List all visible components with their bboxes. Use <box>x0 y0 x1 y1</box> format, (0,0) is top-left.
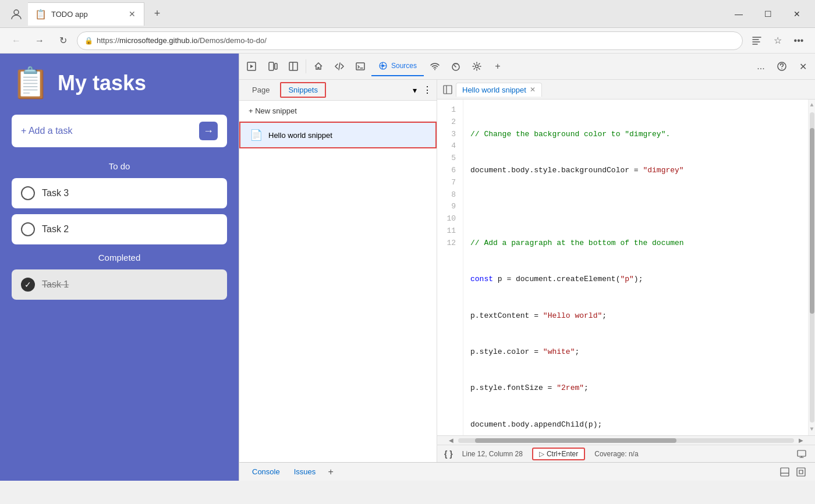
refresh-button[interactable]: ↻ <box>54 31 72 50</box>
window-controls: ― ☐ ✕ <box>725 5 810 23</box>
profile-icon[interactable] <box>5 2 28 26</box>
more-icon[interactable]: ••• <box>789 31 808 50</box>
checkmark-icon: ✓ <box>24 280 31 289</box>
svg-rect-12 <box>444 86 452 94</box>
sources-page-tab[interactable]: Page <box>244 82 278 98</box>
completed-task-item[interactable]: ✓ Task 1 <box>12 269 227 300</box>
run-label: Ctrl+Enter <box>547 450 578 458</box>
scroll-left-arrow[interactable]: ◀ <box>449 437 453 443</box>
todo-section-label: To do <box>12 161 227 171</box>
scroll-up-arrow[interactable]: ▲ <box>809 100 814 111</box>
close-button[interactable]: ✕ <box>784 5 810 23</box>
devtools-settings-icon[interactable] <box>467 56 487 76</box>
sources-tabs: Page Snippets ▾ ⋮ <box>239 80 437 101</box>
scroll-right-arrow[interactable]: ▶ <box>799 437 803 443</box>
sidebar-toggle-icon[interactable] <box>440 81 456 98</box>
vertical-scrollbar[interactable]: ▲ ▼ <box>808 100 815 435</box>
scroll-thumb-vertical[interactable] <box>810 128 814 314</box>
forward-button[interactable]: → <box>30 31 49 50</box>
devtools-help-btn[interactable] <box>772 56 792 76</box>
todo-panel: 📋 My tasks + Add a task → To do Task 3 T… <box>0 54 239 481</box>
coverage-label: Coverage: n/a <box>594 450 638 458</box>
devtools-home-icon[interactable] <box>309 56 328 76</box>
devtools-console-icon[interactable] <box>350 56 370 76</box>
sources-sidebar: Page Snippets ▾ ⋮ + New snippet 📄 Hello … <box>239 80 437 462</box>
new-snippet-button[interactable]: + New snippet <box>239 101 437 122</box>
format-icon[interactable]: { } <box>444 449 453 459</box>
scroll-track-horizontal[interactable] <box>458 438 794 443</box>
code-tab-close-icon[interactable]: ✕ <box>530 86 536 94</box>
task-name-2: Task 2 <box>42 224 69 235</box>
devtools-device-icon[interactable] <box>263 56 282 76</box>
horizontal-scrollbar[interactable]: ◀ ▶ <box>437 435 815 445</box>
run-snippet-button[interactable]: ▷ Ctrl+Enter <box>532 448 585 460</box>
minimize-button[interactable]: ― <box>725 5 752 23</box>
issues-tab[interactable]: Issues <box>288 465 322 478</box>
browser-toolbar-icons: ☆ ••• <box>747 31 808 50</box>
browser-tab[interactable]: 📋 TODO app ✕ <box>28 2 144 26</box>
undock-icon[interactable] <box>794 465 808 479</box>
task-checkbox-3[interactable] <box>21 186 35 200</box>
scroll-track-vertical[interactable] <box>810 112 814 423</box>
snippet-file-icon: 📄 <box>250 129 263 141</box>
svg-rect-5 <box>356 63 364 70</box>
task-checkbox-2[interactable] <box>21 222 35 236</box>
sources-menu-icon[interactable]: ⋮ <box>423 84 432 95</box>
devtools-more-btn[interactable]: ... <box>751 56 771 76</box>
maximize-button[interactable]: ☐ <box>754 5 781 23</box>
tab-bar: 📋 TODO app ✕ + <box>5 2 725 26</box>
favorites-icon[interactable]: ☆ <box>768 31 787 50</box>
line-numbers: 12345 678910 1112 <box>437 100 463 435</box>
code-lines: // Change the background color to "dimgr… <box>463 100 808 435</box>
devtools-toolbar: Sources + ... ✕ <box>239 54 815 80</box>
snippet-name: Hello world snippet <box>268 131 332 140</box>
devtools-close-btn[interactable]: ✕ <box>793 56 813 76</box>
tab-close-btn[interactable]: ✕ <box>127 8 137 20</box>
play-icon: ▷ <box>539 450 544 458</box>
tab-icon: 📋 <box>35 9 47 20</box>
task-checkbox-1[interactable]: ✓ <box>21 278 35 292</box>
devtools-wifi-icon[interactable] <box>425 56 445 76</box>
add-task-bar[interactable]: + Add a task → <box>12 115 227 147</box>
devtools-performance-icon[interactable] <box>446 56 466 76</box>
code-editor-tab[interactable]: Hello world snippet ✕ <box>456 83 542 97</box>
title-bar: 📋 TODO app ✕ + ― ☐ ✕ <box>0 0 815 28</box>
devtools-inspect-icon[interactable] <box>242 56 261 76</box>
devtools-overflow-icon[interactable]: ... <box>751 56 771 76</box>
todo-app-title: My tasks <box>58 71 146 95</box>
bottom-tabs: Console Issues + <box>239 462 815 481</box>
snippet-item[interactable]: 📄 Hello world snippet <box>239 122 437 148</box>
address-bar: ← → ↻ 🔒 https://microsoftedge.github.io/… <box>0 28 815 54</box>
new-snippet-label: + New snippet <box>249 107 297 115</box>
svg-point-0 <box>14 10 19 15</box>
scroll-down-arrow[interactable]: ▼ <box>809 424 814 435</box>
console-tab[interactable]: Console <box>246 465 286 478</box>
scroll-thumb-horizontal[interactable] <box>475 438 676 443</box>
screencast-icon[interactable] <box>795 448 808 460</box>
read-mode-icon[interactable] <box>747 31 766 50</box>
sources-snippets-tab[interactable]: Snippets <box>280 82 326 98</box>
url-bar[interactable]: 🔒 https://microsoftedge.github.io/Demos/… <box>77 31 743 50</box>
devtools-sources-tab[interactable]: Sources <box>371 56 424 76</box>
url-prefix: https:// <box>97 36 119 45</box>
sources-dropdown-icon[interactable]: ▾ <box>413 86 417 95</box>
lock-icon: 🔒 <box>84 37 93 45</box>
add-panel-button[interactable]: + <box>324 465 338 479</box>
devtools-code-icon[interactable] <box>329 56 349 76</box>
cursor-position: Line 12, Column 28 <box>462 450 523 458</box>
svg-rect-13 <box>798 450 806 456</box>
back-button[interactable]: ← <box>7 31 26 50</box>
task-item[interactable]: Task 2 <box>12 214 227 244</box>
todo-header: 📋 My tasks <box>12 65 227 101</box>
url-path: /Demos/demo-to-do/ <box>197 36 267 45</box>
devtools-add-tab-icon[interactable]: + <box>488 56 508 76</box>
new-tab-button[interactable]: + <box>147 3 168 24</box>
dock-icon[interactable] <box>778 465 792 479</box>
devtools-sidebar-icon[interactable] <box>284 56 303 76</box>
task-item[interactable]: Task 3 <box>12 178 227 208</box>
code-content[interactable]: 12345 678910 1112 // Change the backgrou… <box>437 100 815 435</box>
tab-title: TODO app <box>51 10 123 19</box>
todo-app-icon: 📋 <box>12 65 49 101</box>
svg-point-11 <box>781 68 782 69</box>
svg-rect-3 <box>275 63 277 69</box>
